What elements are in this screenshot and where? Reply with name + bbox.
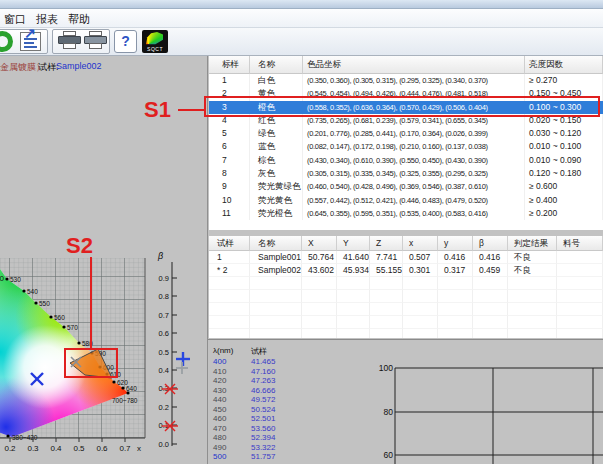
- svg-text:0.5: 0.5: [159, 348, 169, 357]
- s1-highlight-rect: [204, 96, 600, 117]
- empty-row: [209, 277, 603, 290]
- spectral-row: 41047.160: [213, 367, 313, 377]
- standards-table-header: 标样 名称 色品坐标 亮度因数: [209, 56, 603, 74]
- beta-marker-sample1: [176, 362, 188, 374]
- spectral-row: 47053.560: [213, 424, 313, 434]
- print-button[interactable]: [58, 31, 82, 50]
- svg-text:0.8: 0.8: [159, 292, 169, 301]
- title-bar: [0, 0, 603, 9]
- spectral-data-list: λ(nm) 试样 40041.465 41047.160 42047.263 4…: [213, 346, 313, 464]
- spectral-row: 46052.501: [213, 414, 313, 424]
- print-preview-button[interactable]: [84, 31, 108, 50]
- beta-axis: β 0.9 0.8 0.7 0.6 0.5 0.4 0.3 0.2 0.1 0.…: [157, 251, 177, 449]
- svg-text:0.2: 0.2: [159, 403, 169, 412]
- spectrum-chart-y-labels: 100 80 60: [379, 363, 393, 460]
- empty-row: [209, 303, 603, 316]
- svg-text:530: 530: [10, 276, 21, 283]
- s1-annotation: S1: [144, 97, 171, 123]
- samples-table: 试样名称XYZxyβ判定结果料号 1Sample00150.76441.6407…: [209, 236, 603, 338]
- spectral-row: 48052.394: [213, 433, 313, 443]
- standards-table: 标样 名称 色品坐标 亮度因数 1白色(0.350, 0.360), (0.30…: [209, 56, 603, 230]
- spectrum-chart-grid: [395, 368, 603, 464]
- s2-annotation: S2: [66, 233, 93, 259]
- sample-row[interactable]: * 2Sample00243.60245.93455.1550.3010.317…: [209, 264, 603, 277]
- svg-text:0.3: 0.3: [27, 444, 39, 453]
- beta-axis-label: β: [157, 251, 163, 261]
- help-button[interactable]: ?: [114, 30, 137, 53]
- horizontal-splitter: [208, 339, 603, 340]
- svg-text:80: 80: [384, 407, 394, 417]
- svg-text:550: 550: [39, 300, 50, 307]
- svg-text:60: 60: [384, 450, 394, 460]
- export-arrow-icon: ↗: [24, 25, 43, 41]
- standards-row[interactable]: 9荧光黄绿色(0.460, 0.540), (0.428, 0.496), (0…: [209, 180, 603, 193]
- standards-row[interactable]: 5绿色(0.201, 0.776), (0.285, 0.441), (0.17…: [209, 127, 603, 140]
- svg-text:700~780: 700~780: [112, 397, 138, 404]
- svg-text:0.5: 0.5: [73, 444, 85, 453]
- sample-name: Sample002: [56, 61, 102, 71]
- standards-row[interactable]: 11荧光橙色(0.645, 0.355), (0.595, 0.351), (0…: [209, 207, 603, 220]
- spectral-row: 50051.757: [213, 452, 313, 462]
- standards-row[interactable]: 8灰色(0.305, 0.315), (0.335, 0.345), (0.32…: [209, 167, 603, 180]
- svg-text:560: 560: [54, 314, 65, 321]
- y-axis-clipped-label: 0: [0, 274, 5, 283]
- spectrum-chart: 100 80 60: [376, 345, 603, 464]
- spectral-row: 42047.263: [213, 376, 313, 386]
- application-window: 窗口 报表 帮助 ↗ ? SQCT 无金属镀膜） 试样: Sample002 标…: [0, 0, 603, 464]
- sample-row[interactable]: 1Sample00150.76441.6407.7410.5070.4160.4…: [209, 251, 603, 264]
- s1-pointer-line: [178, 109, 205, 111]
- sqct-fan-icon: [146, 32, 163, 45]
- svg-text:0.2: 0.2: [4, 444, 16, 453]
- standards-row[interactable]: 7棕色(0.430, 0.340), (0.610, 0.390), (0.55…: [209, 154, 603, 167]
- svg-text:0.6: 0.6: [159, 329, 169, 338]
- empty-row: [209, 316, 603, 329]
- sqct-logo-button[interactable]: SQCT: [142, 30, 168, 53]
- svg-text:540: 540: [27, 288, 38, 295]
- toolbar: ↗ ? SQCT: [0, 28, 603, 56]
- menu-item-window[interactable]: 窗口: [0, 11, 30, 26]
- svg-text:0.9: 0.9: [159, 274, 169, 283]
- svg-text:100: 100: [379, 363, 393, 373]
- menu-bar: 窗口 报表 帮助: [0, 9, 603, 28]
- svg-text:x: x: [137, 444, 141, 453]
- svg-text:640: 640: [126, 385, 137, 392]
- svg-text:380~420: 380~420: [12, 434, 38, 441]
- standards-row[interactable]: 1白色(0.350, 0.360), (0.305, 0.315), (0.29…: [209, 74, 603, 87]
- x-axis-labels: 0.2 0.3 0.4 0.5 0.6 0.7 x: [4, 444, 141, 453]
- standards-row[interactable]: 10荧光黄色(0.557, 0.442), (0.512, 0.421), (0…: [209, 194, 603, 207]
- svg-text:570: 570: [67, 324, 78, 331]
- s2-highlight-rect: [64, 348, 118, 378]
- empty-row: [209, 290, 603, 303]
- status-line: 无金属镀膜） 试样: Sample002: [0, 61, 205, 74]
- spectral-row: 45050.524: [213, 405, 313, 415]
- menu-item-help[interactable]: 帮助: [64, 11, 94, 26]
- spectral-row: 49053.322: [213, 443, 313, 453]
- svg-text:0.7: 0.7: [159, 311, 169, 320]
- spectral-row: 44049.572: [213, 395, 313, 405]
- empty-row: [209, 329, 603, 338]
- svg-text:0.7: 0.7: [119, 444, 131, 453]
- svg-text:0.4: 0.4: [159, 366, 169, 375]
- svg-text:0.0: 0.0: [159, 440, 169, 449]
- samples-table-header: 试样名称XYZxyβ判定结果料号: [209, 236, 603, 251]
- menu-item-report[interactable]: 报表: [32, 11, 62, 26]
- report-export-button[interactable]: ↗: [20, 32, 41, 51]
- beta-marker-sample2: [176, 352, 190, 366]
- spectral-row: 43046.666: [213, 386, 313, 396]
- standards-row[interactable]: 6蓝色(0.082, 0.147), (0.172, 0.198), (0.21…: [209, 140, 603, 153]
- spectral-row: 40041.465: [213, 357, 313, 367]
- s2-pointer-line: [90, 257, 92, 349]
- spectral-list-header: λ(nm) 试样: [213, 346, 313, 357]
- svg-text:0.4: 0.4: [50, 444, 62, 453]
- svg-text:0.6: 0.6: [96, 444, 108, 453]
